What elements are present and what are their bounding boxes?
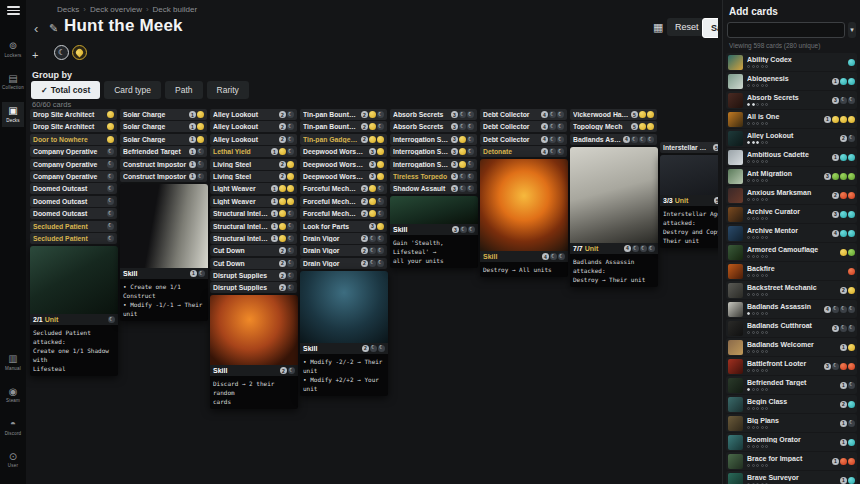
add-card-row[interactable]: Armored Camouflage xyxy=(726,243,857,261)
add-card-row[interactable]: Brave Surveyor1 xyxy=(726,471,857,484)
deck-card-row[interactable]: Drop Site Architect xyxy=(30,121,117,132)
deck-card-row[interactable]: Alley Lookout2☾ xyxy=(210,109,297,120)
deck-card-row[interactable]: Construct Impostor1☾ xyxy=(120,171,207,182)
add-card-row[interactable]: Battlefront Looter3☾ xyxy=(726,357,857,375)
add-card-row[interactable]: Badlands Cutthroat3☾☾ xyxy=(726,319,857,337)
edit-deck-name-icon[interactable]: ✎ xyxy=(49,22,58,35)
add-card-row[interactable]: Alley Lookout2☾ xyxy=(726,129,857,147)
sidebar-item-manual[interactable]: ▥Manual xyxy=(5,350,22,375)
deck-card-row[interactable]: Light Weaver1 xyxy=(210,183,297,194)
add-path-button[interactable]: + xyxy=(32,49,38,61)
sidebar-item-decks[interactable]: ▣Decks xyxy=(2,102,24,127)
deck-card-row[interactable]: Interstellar Agent5☾☾☾ xyxy=(660,142,718,153)
deck-card-row[interactable]: Cut Down2☾ xyxy=(210,258,297,269)
deck-card-row[interactable]: Forceful Mechaniz…2☾ xyxy=(300,183,387,194)
deck-card-row[interactable]: Deepwood Worship…3 xyxy=(300,159,387,170)
deck-card-row[interactable]: Deepwood Worship…3 xyxy=(300,146,387,157)
deck-card-row[interactable]: Tin-pan Gadgeteer2 xyxy=(300,134,387,145)
reset-button[interactable]: Reset xyxy=(667,18,707,36)
deck-card-row[interactable]: Solar Charge1 xyxy=(120,109,207,120)
card-search-input[interactable] xyxy=(727,22,845,38)
deck-card-row[interactable]: Door to Nowhere xyxy=(30,134,117,145)
group-by-total-cost[interactable]: ✓Total cost xyxy=(31,81,100,99)
deck-card-row[interactable]: Doomed Outcast☾ xyxy=(30,183,117,194)
deck-card-row[interactable]: Drop Site Architect xyxy=(30,109,117,120)
add-card-row[interactable]: Begin Class2 xyxy=(726,395,857,413)
sidebar-item-collection[interactable]: ▤Collection xyxy=(2,70,24,95)
group-by-path[interactable]: Path xyxy=(165,81,203,99)
deck-card-row[interactable]: Forceful Mechaniz…2☾ xyxy=(300,196,387,207)
add-card-row[interactable]: Archive Mentor4 xyxy=(726,224,857,242)
add-card-row[interactable]: All is One1 xyxy=(726,110,857,128)
filter-dropdown-button[interactable]: ▾ xyxy=(848,22,856,38)
breadcrumb-item[interactable]: Decks xyxy=(57,5,79,14)
deck-card-row[interactable]: Doomed Outcast☾ xyxy=(30,208,117,219)
menu-icon[interactable] xyxy=(7,6,20,15)
breadcrumb-item[interactable]: Deck builder xyxy=(153,5,197,14)
back-button[interactable]: ‹ xyxy=(34,21,38,36)
deck-card-row[interactable]: Doomed Outcast☾ xyxy=(30,196,117,207)
deck-card-row[interactable]: Alley Lookout2☾ xyxy=(210,134,297,145)
grid-view-icon[interactable]: ▦ xyxy=(653,21,663,34)
deck-card-row[interactable]: Debt Collector4☾☾ xyxy=(480,121,567,132)
add-card-row[interactable]: Badlands Welcomer1 xyxy=(726,338,857,356)
deck-card-row[interactable]: Forceful Mechaniz…2☾ xyxy=(300,208,387,219)
group-by-rarity[interactable]: Rarity xyxy=(207,81,249,99)
deck-card-row[interactable]: Detonate4☾☾ xyxy=(480,146,567,157)
deck-card-row[interactable]: Secluded Patient☾ xyxy=(30,233,117,244)
deck-card-row[interactable]: Absorb Secrets3☾☾ xyxy=(390,109,477,120)
deck-card-row[interactable]: Interrogation Spe…3☾ xyxy=(390,159,477,170)
deck-card-row[interactable]: Company Operative☾ xyxy=(30,171,117,182)
deck-card-row[interactable]: Drain Vigor2☾☾ xyxy=(300,245,387,256)
add-card-row[interactable]: Abiogenesis1 xyxy=(726,72,857,90)
deck-card-row[interactable]: Debt Collector4☾☾ xyxy=(480,109,567,120)
breadcrumb-item[interactable]: Deck overview xyxy=(90,5,142,14)
deck-card-row[interactable]: Lethal Yield1☾ xyxy=(210,146,297,157)
deck-card-row[interactable]: Tireless Torpedo3☾☾ xyxy=(390,171,477,182)
group-by-card-type[interactable]: Card type xyxy=(104,81,161,99)
sun-path-icon[interactable] xyxy=(72,45,87,60)
add-card-row[interactable]: Befriended Target1☾ xyxy=(726,376,857,394)
add-card-row[interactable]: Badlands Assassin4☾☾☾ xyxy=(726,300,857,318)
deck-card-row[interactable]: Absorb Secrets3☾☾ xyxy=(390,121,477,132)
deck-card-row[interactable]: Befriended Target1☾ xyxy=(120,146,207,157)
deck-card-row[interactable]: Interrogation Spe…3☾ xyxy=(390,134,477,145)
add-card-row[interactable]: Backfire xyxy=(726,262,857,280)
deck-card-row[interactable]: Disrupt Supplies2☾ xyxy=(210,282,297,293)
deck-card-row[interactable]: Tin-pan Bounty H…2☾ xyxy=(300,109,387,120)
deck-card-row[interactable]: Company Operative☾ xyxy=(30,159,117,170)
deck-card-row[interactable]: Solar Charge1 xyxy=(120,134,207,145)
add-card-row[interactable]: Backstreet Mechanic2 xyxy=(726,281,857,299)
sidebar-item-discord[interactable]: ◓Discord xyxy=(5,415,22,440)
add-card-row[interactable]: Archive Curator3 xyxy=(726,205,857,223)
deck-card-row[interactable]: Structural Intellige…1☾ xyxy=(210,233,297,244)
deck-card-row[interactable]: Topology Mech5 xyxy=(570,121,657,132)
add-card-row[interactable]: Booming Orator1 xyxy=(726,433,857,451)
deck-card-row[interactable]: Structural Intellige…1☾ xyxy=(210,221,297,232)
add-card-row[interactable]: Anxious Marksman2 xyxy=(726,186,857,204)
add-card-row[interactable]: Big Plans1☾ xyxy=(726,414,857,432)
deck-card-row[interactable]: Badlands Assas…4☾☾☾ xyxy=(570,134,657,145)
deck-card-row[interactable]: Deepwood Worship…3 xyxy=(300,171,387,182)
deck-card-row[interactable]: Alley Lookout2☾ xyxy=(210,121,297,132)
add-card-row[interactable]: Brace for Impact1 xyxy=(726,452,857,470)
deck-card-row[interactable]: Construct Impostor1☾ xyxy=(120,159,207,170)
add-card-row[interactable]: Ability Codex xyxy=(726,53,857,71)
deck-card-row[interactable]: Structural Intellige…1☾ xyxy=(210,208,297,219)
deck-card-row[interactable]: Look for Parts3 xyxy=(300,221,387,232)
deck-card-row[interactable]: Interrogation Spe…3☾ xyxy=(390,146,477,157)
deck-card-row[interactable]: Company Operative☾ xyxy=(30,146,117,157)
sidebar-item-lockers[interactable]: ⊚Lockers xyxy=(2,37,24,62)
sidebar-item-user[interactable]: ⊙User xyxy=(5,448,22,473)
deck-card-row[interactable]: Shadow Assault3☾☾ xyxy=(390,183,477,194)
add-card-row[interactable]: Ant Migration3 xyxy=(726,167,857,185)
add-card-row[interactable]: Absorb Secrets3☾☾ xyxy=(726,91,857,109)
deck-card-row[interactable]: Light Weaver1 xyxy=(210,196,297,207)
deck-card-row[interactable]: Living Steel2 xyxy=(210,159,297,170)
sidebar-item-steam[interactable]: ◉Steam xyxy=(5,383,22,408)
deck-card-row[interactable]: Tin-pan Bounty H…2☾ xyxy=(300,121,387,132)
deck-card-row[interactable]: Living Steel2 xyxy=(210,171,297,182)
deck-card-row[interactable]: Solar Charge1 xyxy=(120,121,207,132)
save-button[interactable]: Save xyxy=(702,18,718,38)
deck-card-row[interactable]: Secluded Patient☾ xyxy=(30,221,117,232)
